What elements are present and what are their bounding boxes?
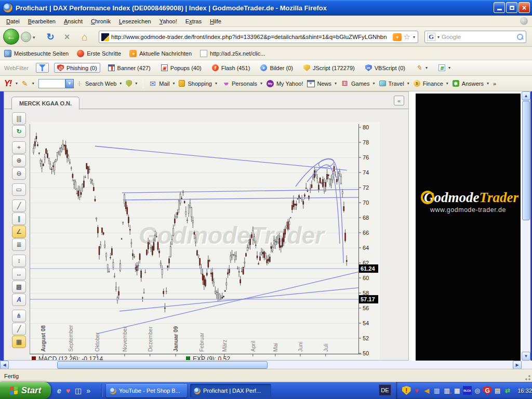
menu-bearbeiten[interactable]: Bearbeiten bbox=[24, 17, 60, 26]
menu-yahoo[interactable]: Yahoo! bbox=[155, 17, 181, 26]
export-chart-tool-icon[interactable]: ▭ bbox=[12, 183, 26, 196]
combo-dropdown-icon[interactable]: ▼ bbox=[65, 79, 74, 88]
url-text[interactable]: http://www.godmode-trader.de/front/index… bbox=[111, 34, 391, 40]
stop-button[interactable]: × bbox=[60, 30, 74, 44]
parallel-channel-tool-icon[interactable]: ∥ bbox=[12, 212, 26, 225]
webfilter-banner-button[interactable]: ▐Banner (427) bbox=[105, 63, 153, 72]
yahoo-finance-button[interactable]: $Finance▾ bbox=[414, 80, 449, 87]
menu-ansicht[interactable]: Ansicht bbox=[60, 17, 87, 26]
network-signal-icon[interactable]: ▥ bbox=[433, 386, 442, 395]
menu-lesezeichen[interactable]: Lesezeichen bbox=[115, 17, 155, 26]
webfilter-checklist-button[interactable]: ≣▾ bbox=[436, 63, 454, 72]
ray-line-tool-icon[interactable]: ╱ bbox=[12, 323, 26, 335]
yahoo-pencil-dropdown-icon[interactable]: ▾ bbox=[32, 81, 34, 86]
yahoo-searchweb-button[interactable]: Search Web▾ bbox=[85, 81, 122, 87]
dropdown-caret-icon[interactable]: ▾ bbox=[407, 81, 409, 86]
menu-datei[interactable]: Datei bbox=[2, 17, 24, 26]
pitchfork-tool-icon[interactable]: ⋔ bbox=[12, 310, 26, 322]
dropdown-caret-icon[interactable]: ▾ bbox=[172, 81, 175, 86]
dropdown-caret-icon[interactable]: ▾ bbox=[119, 81, 122, 86]
resize-handle-icon[interactable]: ∙|∙ bbox=[77, 81, 82, 86]
offline-monitor-icon[interactable]: ▥× bbox=[443, 386, 451, 395]
yahoo-answers-button[interactable]: ✱Answers▾ bbox=[453, 80, 489, 87]
scroll-up-icon[interactable]: ▲ bbox=[522, 91, 530, 100]
forward-button[interactable]: → bbox=[21, 32, 31, 42]
yahoo-pencil-icon[interactable]: ✎ bbox=[22, 79, 28, 88]
dropdown-caret-icon[interactable]: ▾ bbox=[215, 81, 217, 86]
dropdown-caret-icon[interactable]: ▾ bbox=[446, 81, 448, 86]
dropdown-caret-icon[interactable]: ▾ bbox=[425, 65, 428, 70]
zoom-in-tool-icon[interactable]: ⊕ bbox=[12, 154, 26, 167]
bookmark-item[interactable]: Erste Schritte bbox=[77, 50, 121, 57]
columns-view-tool-icon[interactable]: ||| bbox=[12, 112, 26, 125]
search-engine-dropdown-icon[interactable]: ▾ bbox=[437, 35, 440, 39]
tab-instrument[interactable]: MERCK KGAA O.N. bbox=[11, 97, 79, 110]
minimize-button[interactable] bbox=[494, 2, 505, 13]
webfilter-bilder-button[interactable]: ▸Bilder (0) bbox=[258, 63, 296, 72]
collapse-panel-button[interactable]: « bbox=[394, 96, 404, 105]
menu-chronik[interactable]: Chronik bbox=[87, 17, 115, 26]
dropdown-caret-icon[interactable]: ▾ bbox=[335, 81, 337, 86]
zoom-out-tool-icon[interactable]: ⊖ bbox=[12, 167, 26, 180]
titlebar[interactable]: Profichart | DAX Performance Index (DE00… bbox=[0, 0, 532, 16]
yahoo-myyahoo-button[interactable]: MyMy Yahoo! bbox=[267, 80, 303, 87]
taskbar-window-2[interactable]: Profichart | DAX Perf... bbox=[190, 384, 271, 397]
dropdown-caret-icon[interactable]: ▾ bbox=[448, 65, 450, 70]
chart-canvas[interactable]: GodmodeTraderGodmodeTrader80787674727068… bbox=[30, 122, 380, 360]
webfilter-flash-button[interactable]: fFlash (451) bbox=[209, 63, 253, 72]
internet-explorer-icon[interactable]: e bbox=[57, 387, 61, 395]
yahoo-shopping-button[interactable]: Shopping▾ bbox=[179, 80, 218, 87]
keyboard-icon[interactable]: ▦ bbox=[453, 386, 462, 395]
volume-icon[interactable]: ◀ bbox=[422, 386, 431, 395]
url-dropdown-icon[interactable]: ▾ bbox=[413, 35, 415, 39]
scroll-left-icon[interactable]: ◀ bbox=[0, 361, 9, 369]
scroll-down-icon[interactable]: ▼ bbox=[522, 352, 530, 361]
menu-extras[interactable]: Extras bbox=[181, 17, 206, 26]
restore-button[interactable] bbox=[506, 2, 517, 13]
sync-arrows-icon[interactable]: ⇄ bbox=[503, 386, 512, 395]
webfilter-pencil-button[interactable]: ✎▾ bbox=[413, 63, 431, 72]
language-indicator[interactable]: DE bbox=[379, 384, 391, 396]
yahoo-menu-dropdown-icon[interactable]: ▾ bbox=[16, 81, 18, 86]
rlch-icon[interactable]: RLCH bbox=[463, 386, 472, 395]
heart-app-icon[interactable]: ♥ bbox=[66, 387, 70, 395]
url-bar[interactable]: http://www.godmode-trader.de/front/index… bbox=[99, 31, 418, 43]
gdata-shield-icon[interactable]: G bbox=[483, 386, 492, 395]
refresh-tool-icon[interactable]: ↻ bbox=[12, 125, 26, 138]
yahoo-search-input[interactable]: ▼ bbox=[38, 79, 74, 88]
yahoo-travel-button[interactable]: Travel▾ bbox=[379, 81, 410, 87]
start-button[interactable]: Start bbox=[0, 382, 51, 399]
trendline-tool-icon[interactable]: ╱ bbox=[12, 200, 26, 212]
yahoo-shield-button[interactable]: ▾ bbox=[126, 80, 138, 87]
home-button[interactable]: ⌂ bbox=[78, 30, 91, 44]
dropdown-caret-icon[interactable]: ▾ bbox=[373, 81, 375, 86]
webfilter-phishing-button[interactable]: ⊘Phishing (0) bbox=[54, 63, 100, 73]
bookmark-item[interactable]: ○Meistbesuchte Seiten bbox=[4, 50, 69, 57]
text-tool-tool-icon[interactable]: A bbox=[12, 294, 26, 306]
yahoo-news-button[interactable]: ≡News▾ bbox=[307, 80, 338, 87]
back-button[interactable]: ← bbox=[3, 29, 19, 45]
close-button[interactable]: × bbox=[518, 2, 530, 13]
search-placeholder[interactable]: Google bbox=[442, 34, 515, 40]
vertical-scrollbar[interactable]: ▲ ▼ bbox=[522, 91, 530, 361]
horizontal-scrollbar[interactable]: ◀ ▶ bbox=[0, 361, 522, 369]
webfilter-popups-button[interactable]: ▣Popups (40) bbox=[158, 63, 204, 72]
vertical-line-tool-icon[interactable]: ↕ bbox=[12, 255, 26, 267]
indicator-list-tool-icon[interactable]: ≣ bbox=[12, 238, 26, 251]
history-dropdown-icon[interactable]: ▾ bbox=[33, 35, 35, 40]
webfilter-vbscript-button[interactable]: VBVBScript (0) bbox=[363, 63, 408, 72]
resize-grip[interactable] bbox=[525, 375, 531, 381]
reload-button[interactable]: ↻ bbox=[44, 30, 57, 44]
dropdown-caret-icon[interactable]: ▾ bbox=[260, 81, 262, 86]
yahoo-»-button[interactable]: » bbox=[493, 81, 496, 87]
angle-tool-tool-icon[interactable]: ∠ bbox=[12, 225, 26, 238]
security-center-icon[interactable]: ! bbox=[402, 386, 411, 395]
taskbar-window-1[interactable]: YouTube - Pet Shop B... bbox=[106, 384, 187, 397]
bookmark-star-icon[interactable]: ☆ bbox=[404, 32, 410, 42]
horizontal-line-tool-icon[interactable]: ↔ bbox=[12, 268, 26, 280]
overflow-chevron-icon[interactable]: » bbox=[86, 387, 90, 395]
antivirus-heart-icon[interactable]: ♥ bbox=[413, 386, 421, 395]
menu-hilfe[interactable]: Hilfe bbox=[206, 17, 225, 26]
rectangle-tool-tool-icon[interactable]: ▩ bbox=[12, 281, 26, 293]
yahoo-personals-button[interactable]: ♥♥Personals▾ bbox=[221, 80, 263, 87]
